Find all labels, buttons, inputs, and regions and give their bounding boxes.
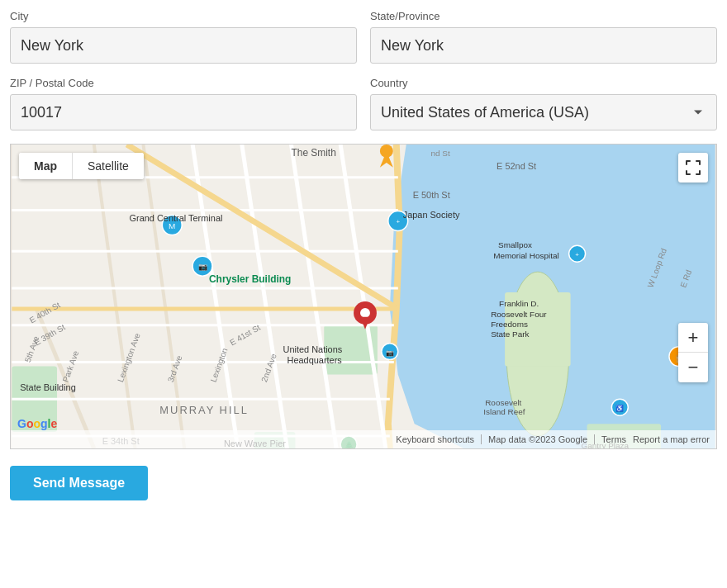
zip-group: ZIP / Postal Code [10, 77, 357, 130]
svg-text:📷: 📷 [386, 349, 394, 357]
svg-text:📷: 📷 [198, 262, 208, 272]
fullscreen-icon [686, 160, 701, 175]
svg-text:The Smith: The Smith [291, 147, 335, 159]
svg-text:Headquarters: Headquarters [287, 355, 343, 365]
svg-text:Roosevelt: Roosevelt [485, 398, 521, 407]
map-toggle-satellite[interactable]: Satellite [73, 153, 144, 179]
footer-separator-2 [594, 434, 595, 444]
state-input[interactable] [370, 27, 717, 64]
svg-text:E 50th St: E 50th St [413, 190, 450, 200]
svg-text:Franklin D.: Franklin D. [499, 299, 539, 308]
map-footer: Keyboard shortcuts Map data ©2023 Google… [11, 430, 716, 448]
map-fullscreen-button[interactable] [678, 153, 708, 183]
zip-input[interactable] [10, 94, 357, 130]
map-toggle-map[interactable]: Map [19, 153, 73, 179]
svg-text:+: + [396, 218, 400, 225]
svg-text:Japan Society: Japan Society [403, 210, 460, 220]
svg-point-26 [360, 308, 370, 318]
map-svg: M 📷 + + 📷 🌲 🍴 ♿ E 52nd St E 50th St E 40… [11, 145, 716, 448]
svg-text:♿: ♿ [615, 404, 624, 412]
map-zoom-controls: + − [678, 323, 708, 382]
country-group: Country United States of America (USA) C… [370, 77, 717, 130]
city-input[interactable] [10, 27, 357, 64]
svg-text:Freedoms: Freedoms [491, 320, 528, 329]
svg-text:+: + [575, 251, 579, 258]
city-label: City [10, 10, 357, 22]
svg-text:Smallpox: Smallpox [498, 240, 532, 249]
zoom-out-button[interactable]: − [678, 353, 708, 382]
svg-text:Grand Central Terminal: Grand Central Terminal [130, 213, 223, 223]
svg-text:State Building: State Building [20, 382, 75, 392]
svg-text:Island Reef: Island Reef [483, 407, 525, 416]
map-toggle: Map Satellite [19, 153, 144, 179]
svg-text:Chrysler Building: Chrysler Building [209, 273, 291, 285]
zoom-in-button[interactable]: + [678, 323, 708, 353]
map-data-text: Map data ©2023 Google [488, 434, 587, 444]
map-container[interactable]: M 📷 + + 📷 🌲 🍴 ♿ E 52nd St E 50th St E 40… [10, 144, 717, 449]
zip-label: ZIP / Postal Code [10, 77, 357, 89]
state-group: State/Province [370, 10, 717, 64]
city-group: City [10, 10, 357, 64]
google-logo: Google [17, 417, 57, 430]
country-select[interactable]: United States of America (USA) Canada Un… [370, 94, 717, 130]
state-label: State/Province [370, 10, 717, 22]
svg-text:Roosevelt Four: Roosevelt Four [491, 310, 547, 319]
svg-text:Memorial Hospital: Memorial Hospital [493, 251, 559, 260]
form-row-2: ZIP / Postal Code Country United States … [10, 77, 717, 130]
svg-text:United Nations: United Nations [283, 344, 343, 354]
action-row: Send Message [10, 466, 717, 500]
country-label: Country [370, 77, 717, 89]
svg-text:MURRAY HILL: MURRAY HILL [159, 404, 248, 416]
report-link[interactable]: Report a map error [633, 434, 710, 444]
send-message-button[interactable]: Send Message [10, 466, 148, 500]
svg-text:E 52nd St: E 52nd St [497, 161, 536, 171]
keyboard-shortcuts[interactable]: Keyboard shortcuts [396, 434, 474, 444]
map-branding: Google [17, 417, 57, 430]
terms-link[interactable]: Terms [601, 434, 626, 444]
svg-text:State Park: State Park [491, 330, 529, 339]
footer-separator [481, 434, 482, 444]
svg-text:nd St: nd St [431, 149, 450, 158]
form-row-1: City State/Province [10, 10, 717, 64]
svg-point-79 [380, 145, 393, 158]
